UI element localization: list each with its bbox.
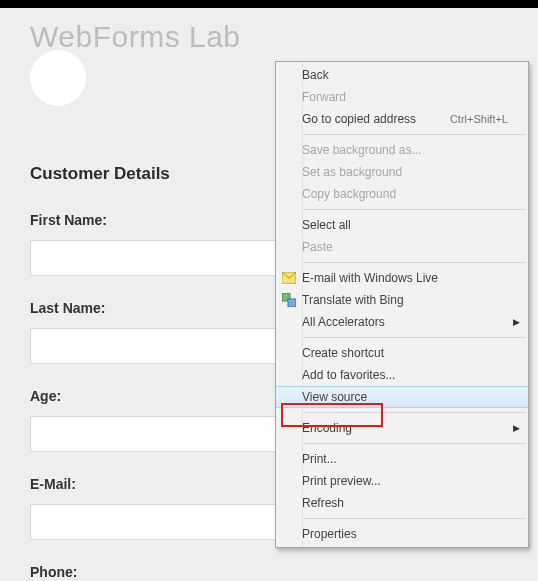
menu-copy-bg[interactable]: Copy background — [276, 183, 528, 205]
menu-separator — [304, 209, 526, 210]
menu-goto-copied[interactable]: Go to copied address Ctrl+Shift+L — [276, 108, 528, 130]
context-menu: Back Forward Go to copied address Ctrl+S… — [275, 61, 529, 548]
menu-paste[interactable]: Paste — [276, 236, 528, 258]
menu-back[interactable]: Back — [276, 64, 528, 86]
menu-set-bg[interactable]: Set as background — [276, 161, 528, 183]
menu-separator — [304, 518, 526, 519]
submenu-arrow-icon: ▶ — [513, 423, 520, 433]
menu-encoding[interactable]: Encoding ▶ — [276, 417, 528, 439]
menu-select-all[interactable]: Select all — [276, 214, 528, 236]
menu-separator — [304, 412, 526, 413]
mail-icon — [276, 272, 302, 284]
menu-create-shortcut[interactable]: Create shortcut — [276, 342, 528, 364]
site-title: WebForms Lab — [30, 20, 508, 54]
phone-label: Phone: — [30, 564, 508, 580]
menu-refresh[interactable]: Refresh — [276, 492, 528, 514]
menu-separator — [304, 337, 526, 338]
menu-add-favorites[interactable]: Add to favorites... — [276, 364, 528, 386]
menu-properties[interactable]: Properties — [276, 523, 528, 545]
menu-save-bg[interactable]: Save background as... — [276, 139, 528, 161]
menu-email-live[interactable]: E-mail with Windows Live — [276, 267, 528, 289]
menu-forward[interactable]: Forward — [276, 86, 528, 108]
menu-print[interactable]: Print... — [276, 448, 528, 470]
menu-separator — [304, 262, 526, 263]
field-phone: Phone: — [30, 564, 508, 580]
menu-view-source[interactable]: View source — [276, 386, 528, 408]
avatar — [30, 50, 86, 106]
window-topbar — [0, 0, 538, 8]
menu-separator — [304, 443, 526, 444]
translate-icon — [276, 293, 302, 307]
submenu-arrow-icon: ▶ — [513, 317, 520, 327]
menu-translate-bing[interactable]: Translate with Bing — [276, 289, 528, 311]
menu-all-accelerators[interactable]: All Accelerators ▶ — [276, 311, 528, 333]
header: WebForms Lab — [0, 8, 538, 54]
svg-rect-2 — [288, 299, 296, 307]
menu-separator — [304, 134, 526, 135]
menu-print-preview[interactable]: Print preview... — [276, 470, 528, 492]
